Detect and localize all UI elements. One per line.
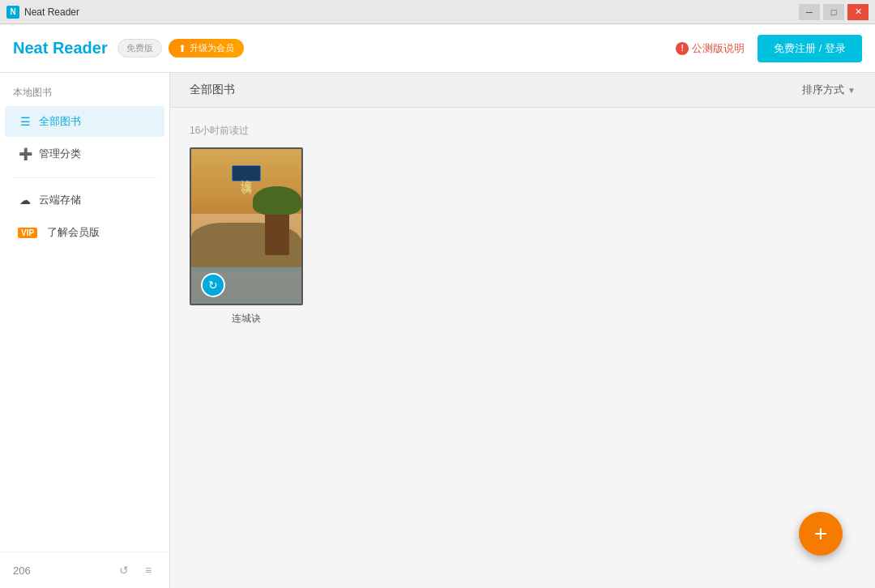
upgrade-icon: ⬆ [178,43,186,54]
list-icon[interactable]: ≡ [140,562,156,578]
manage-categories-label: 管理分类 [39,147,81,161]
sort-button[interactable]: 排序方式 ▼ [802,83,856,97]
sidebar-item-all-books[interactable]: ☰ 全部图书 [5,106,164,137]
content-body: 16小时前读过 [170,108,875,342]
register-button[interactable]: 免费注册 / 登录 [758,35,862,62]
footer-icons: ↺ ≡ [116,562,156,578]
all-books-label: 全部图书 [39,114,81,129]
landscape-tree [265,207,289,255]
free-version-button[interactable]: 免费版 [117,39,162,58]
app-icon: N [6,6,19,19]
book-title-label: 连城诀 [232,312,261,326]
minimize-button[interactable]: ─ [799,4,820,20]
notice-label: 公测版说明 [692,41,745,56]
sidebar-section-local: 本地图书 [0,73,169,106]
notice-link[interactable]: ! 公测版说明 [676,41,745,56]
content-area: 全部图书 排序方式 ▼ 16小时前读过 [170,73,875,588]
notice-icon: ! [676,42,689,55]
book-sync-icon: ↻ [201,273,225,297]
sidebar: 本地图书 ☰ 全部图书 ➕ 管理分类 ☁ 云端存储 VIP 了解会员版 206 … [0,73,170,588]
time-label: 16小时前读过 [190,124,856,138]
book-title-plate: 连城诀 [232,165,261,181]
refresh-icon[interactable]: ↺ [116,562,132,578]
titlebar-title: Neat Reader [24,6,799,18]
app-logo: Neat Reader [13,39,108,58]
book-cover-wrapper: 连城诀 ↻ [190,147,303,305]
main-layout: 本地图书 ☰ 全部图书 ➕ 管理分类 ☁ 云端存储 VIP 了解会员版 206 … [0,73,875,588]
manage-categories-icon: ➕ [18,147,32,161]
content-title: 全部图书 [190,83,235,97]
cloud-label: 云端存储 [39,193,81,207]
book-item[interactable]: 连城诀 ↻ 连城诀 [190,147,303,326]
cloud-icon: ☁ [18,193,32,207]
sidebar-footer: 206 ↺ ≡ [0,552,169,588]
content-header: 全部图书 排序方式 ▼ [170,73,875,108]
upgrade-label: 升级为会员 [190,42,234,54]
close-button[interactable]: ✕ [847,4,869,20]
titlebar: N Neat Reader ─ □ ✕ [0,0,875,24]
add-book-button[interactable]: + [799,512,843,556]
window-controls: ─ □ ✕ [799,4,869,20]
maximize-button[interactable]: □ [823,4,844,20]
upgrade-vip-button[interactable]: ⬆ 升级为会员 [169,39,244,58]
book-count: 206 [13,565,31,577]
books-grid: 连城诀 ↻ 连城诀 [190,147,856,326]
sort-arrow-icon: ▼ [847,86,856,95]
sidebar-divider [13,177,156,178]
header: Neat Reader 免费版 ⬆ 升级为会员 ! 公测版说明 免费注册 / 登… [0,24,875,73]
vip-badge: VIP [18,228,37,238]
vip-label: 了解会员版 [47,225,100,240]
sidebar-item-cloud[interactable]: ☁ 云端存储 [5,185,164,215]
sidebar-item-manage-categories[interactable]: ➕ 管理分类 [5,138,164,169]
sidebar-item-vip[interactable]: VIP 了解会员版 [5,217,164,248]
book-title-text: 连城诀 [238,171,254,176]
all-books-icon: ☰ [18,114,32,129]
sort-label: 排序方式 [802,83,844,97]
